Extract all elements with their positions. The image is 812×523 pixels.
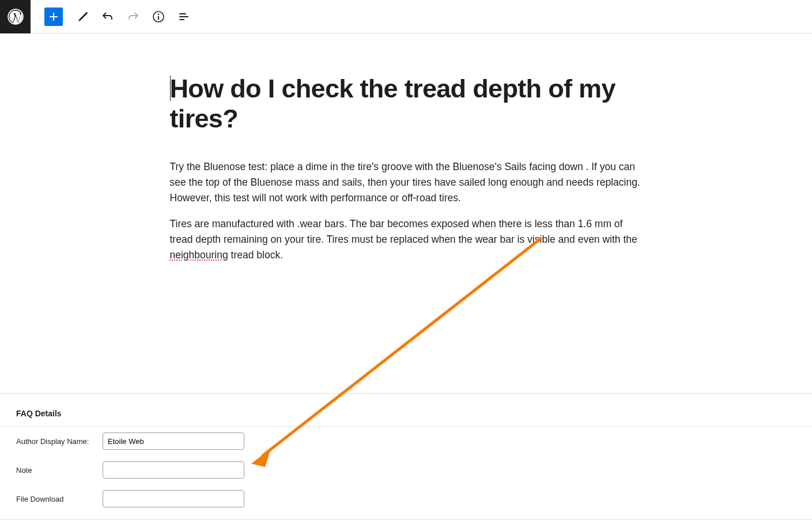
spellcheck-underline: neighbouring (170, 249, 228, 261)
paragraph-text: Try the Bluenose test: place a dime in t… (170, 161, 640, 204)
info-icon (152, 10, 165, 24)
editor-canvas[interactable]: How do I check the tread depth of my tir… (0, 33, 812, 273)
undo-button[interactable] (97, 6, 118, 27)
info-button[interactable] (148, 6, 169, 27)
redo-icon (126, 10, 140, 24)
edit-tool-button[interactable] (72, 6, 93, 27)
field-row-file: File Download (0, 484, 812, 513)
redo-button[interactable] (123, 6, 143, 27)
field-row-note: Note (0, 456, 812, 484)
paragraph-text-post: tread block. (228, 249, 283, 261)
wordpress-logo[interactable] (0, 0, 31, 33)
pencil-icon (75, 10, 89, 24)
note-input[interactable] (103, 461, 244, 479)
text-cursor (170, 76, 171, 101)
post-content: How do I check the tread depth of my tir… (170, 74, 643, 273)
field-row-author: Author Display Name: (0, 427, 812, 456)
file-download-label: File Download (16, 495, 103, 503)
plus-icon (47, 10, 61, 24)
svg-rect-3 (158, 16, 159, 20)
file-download-input[interactable] (103, 490, 244, 507)
add-block-button[interactable] (44, 7, 63, 26)
paragraph-text-pre: Tires are manufactured with .wear bars. … (170, 218, 637, 245)
wordpress-icon (7, 9, 24, 25)
paragraph-block[interactable]: Tires are manufactured with .wear bars. … (170, 216, 643, 263)
editor-toolbar (0, 0, 812, 33)
faq-details-panel: FAQ Details Author Display Name: Note Fi… (0, 393, 812, 520)
author-display-name-input[interactable] (103, 432, 244, 450)
panel-divider (0, 519, 812, 520)
list-icon (177, 10, 191, 24)
post-title[interactable]: How do I check the tread depth of my tir… (170, 74, 643, 134)
author-label: Author Display Name: (16, 437, 103, 446)
outline-button[interactable] (173, 6, 194, 27)
toolbar-tools (42, 6, 197, 27)
panel-title: FAQ Details (0, 401, 812, 427)
note-label: Note (16, 466, 103, 475)
paragraph-block[interactable]: Try the Bluenose test: place a dime in t… (170, 159, 643, 206)
svg-point-2 (158, 13, 159, 14)
undo-icon (101, 10, 115, 24)
post-title-text: How do I check the tread depth of my tir… (170, 74, 615, 133)
